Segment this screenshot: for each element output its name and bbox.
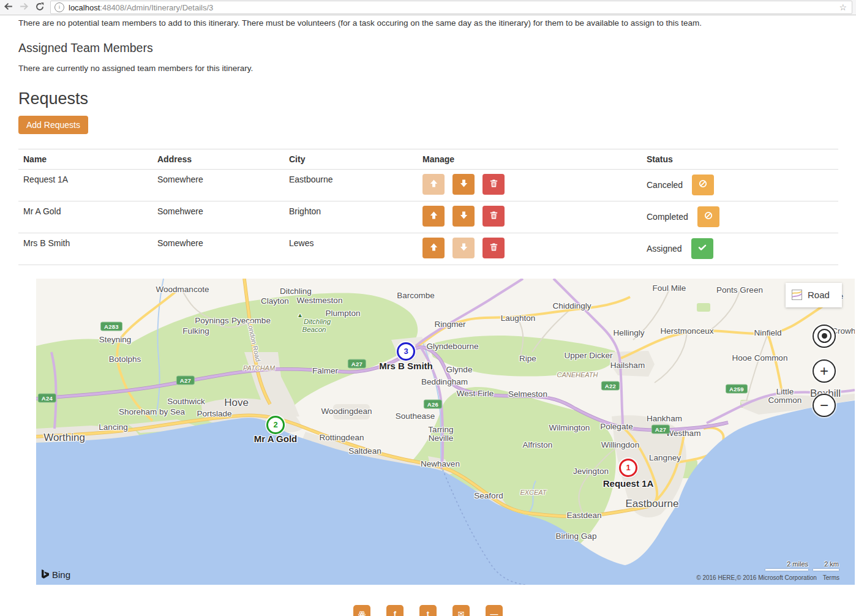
share-button-email[interactable]: ✉ bbox=[452, 605, 470, 616]
delete-request-button[interactable] bbox=[482, 206, 505, 227]
reload-icon[interactable] bbox=[32, 2, 48, 13]
ban-icon bbox=[704, 211, 713, 222]
request-row: Request 1ASomewhereEastbourneCanceled bbox=[18, 169, 838, 201]
cell-name: Mr A Gold bbox=[18, 201, 152, 233]
trash-icon bbox=[489, 179, 498, 190]
locate-me-button[interactable] bbox=[813, 325, 836, 348]
locate-icon bbox=[817, 329, 832, 343]
table-header-row: NameAddressCityManageStatus bbox=[18, 149, 838, 169]
status-canceled-button[interactable] bbox=[692, 175, 714, 195]
status-label: Canceled bbox=[647, 180, 683, 190]
trash-icon bbox=[489, 211, 498, 222]
requests-heading: Requests bbox=[18, 89, 838, 108]
cell-status: Completed bbox=[642, 201, 838, 233]
status-label: Assigned bbox=[647, 244, 682, 254]
map-marker-2[interactable]: 2 bbox=[266, 416, 285, 434]
cell-status: Canceled bbox=[642, 169, 838, 201]
email-icon: ✉ bbox=[458, 609, 465, 616]
column-header-status: Status bbox=[642, 149, 838, 169]
move-down-button[interactable] bbox=[452, 206, 475, 227]
terms-link[interactable]: Terms bbox=[823, 574, 839, 581]
zoom-in-button[interactable]: + bbox=[813, 359, 836, 383]
share-button-link[interactable]: — bbox=[486, 605, 503, 616]
road-badge-a259: A259 bbox=[726, 384, 748, 393]
assigned-team-members-heading: Assigned Team Members bbox=[18, 41, 838, 55]
bing-map[interactable]: WoodmancoteDitchlingClaytonWestmestonBar… bbox=[36, 279, 855, 585]
cell-address: Somehwere bbox=[152, 201, 284, 233]
scale-miles-bar bbox=[765, 569, 808, 571]
back-icon[interactable] bbox=[0, 1, 16, 13]
column-header-name: Name bbox=[18, 149, 152, 169]
road-view-icon bbox=[792, 290, 802, 300]
cell-status: Assigned bbox=[642, 233, 838, 265]
copyright-text: © 2016 HERE,© 2016 Microsoft Corporation bbox=[696, 574, 817, 581]
scale-km-label: 2 km bbox=[824, 560, 839, 568]
browser-toolbar: i localhost :48408/Admin/Itinerary/Detai… bbox=[0, 0, 856, 15]
cell-manage bbox=[418, 169, 642, 201]
move-up-button[interactable] bbox=[422, 206, 445, 227]
map-style-selector[interactable]: Road bbox=[786, 283, 842, 307]
bing-label: Bing bbox=[52, 569, 70, 580]
cell-name: Request 1A bbox=[18, 169, 152, 201]
cell-city: Lewes bbox=[284, 233, 418, 265]
zoom-out-button[interactable]: − bbox=[813, 394, 836, 417]
share-button-facebook[interactable]: f bbox=[386, 605, 404, 616]
column-header-manage: Manage bbox=[418, 149, 642, 169]
move-up-button[interactable] bbox=[422, 238, 445, 258]
delete-request-button[interactable] bbox=[482, 174, 505, 195]
status-completed-button[interactable] bbox=[697, 206, 719, 227]
address-bar[interactable]: i localhost :48408/Admin/Itinerary/Detai… bbox=[50, 1, 852, 14]
road-badge-a26: A26 bbox=[424, 399, 442, 408]
bookmark-star-icon[interactable]: ☆ bbox=[838, 2, 848, 12]
map-attribution: © 2016 HERE,© 2016 Microsoft Corporation… bbox=[696, 574, 839, 581]
column-header-address: Address bbox=[152, 149, 284, 169]
manage-buttons bbox=[422, 206, 637, 227]
page-content: There are no potential team members to a… bbox=[0, 17, 856, 585]
twitter-icon: t bbox=[427, 609, 429, 616]
road-badge-a27: A27 bbox=[348, 359, 366, 368]
trash-icon bbox=[489, 242, 498, 254]
rss-icon: ꙮ bbox=[358, 609, 366, 616]
assigned-empty-text: There are currently no assigned team mem… bbox=[18, 64, 838, 73]
add-requests-button[interactable]: Add Requests bbox=[18, 116, 88, 134]
road-badge-a24: A24 bbox=[38, 393, 56, 402]
delete-request-button[interactable] bbox=[482, 238, 505, 258]
bing-logo[interactable]: Bing bbox=[41, 569, 70, 580]
manage-buttons bbox=[422, 238, 637, 258]
column-header-city: City bbox=[284, 149, 418, 169]
status-wrap: Canceled bbox=[647, 175, 833, 195]
move-up-button bbox=[422, 174, 445, 195]
status-assigned-button[interactable] bbox=[691, 238, 713, 259]
facebook-icon: f bbox=[394, 609, 396, 616]
link-icon: — bbox=[490, 609, 498, 616]
bing-icon bbox=[41, 569, 50, 580]
status-wrap: Completed bbox=[647, 206, 833, 227]
forward-icon bbox=[16, 1, 32, 13]
arrow-down-icon bbox=[459, 179, 468, 190]
request-row: Mrs B SmithSomewhereLewesAssigned bbox=[18, 233, 838, 265]
request-row: Mr A GoldSomehwereBrightonCompleted bbox=[18, 201, 838, 233]
arrow-up-icon bbox=[429, 211, 438, 222]
cell-manage bbox=[418, 201, 642, 233]
share-button-twitter[interactable]: t bbox=[419, 605, 437, 616]
arrow-up-icon bbox=[429, 179, 438, 190]
arrow-down-icon bbox=[459, 211, 468, 222]
requests-table: NameAddressCityManageStatus Request 1ASo… bbox=[18, 149, 838, 265]
map-marker-1[interactable]: 1 bbox=[619, 459, 637, 477]
cell-address: Somewhere bbox=[152, 233, 284, 265]
cell-manage bbox=[418, 233, 642, 265]
move-down-button[interactable] bbox=[452, 174, 475, 195]
arrow-up-icon bbox=[429, 242, 438, 254]
status-wrap: Assigned bbox=[647, 238, 833, 259]
arrow-down-icon bbox=[459, 242, 468, 254]
page-info-icon[interactable]: i bbox=[54, 2, 64, 12]
manage-buttons bbox=[422, 174, 637, 195]
scale-miles-label: 2 miles bbox=[787, 560, 808, 568]
map-marker-3[interactable]: 3 bbox=[397, 342, 415, 361]
cell-name: Mrs B Smith bbox=[18, 233, 152, 265]
map-canvas bbox=[36, 279, 855, 585]
share-buttons-row: ꙮft✉— bbox=[353, 605, 503, 616]
share-button-rss[interactable]: ꙮ bbox=[353, 605, 370, 616]
scale-km-bar bbox=[813, 569, 839, 571]
cell-city: Eastbourne bbox=[284, 169, 418, 201]
